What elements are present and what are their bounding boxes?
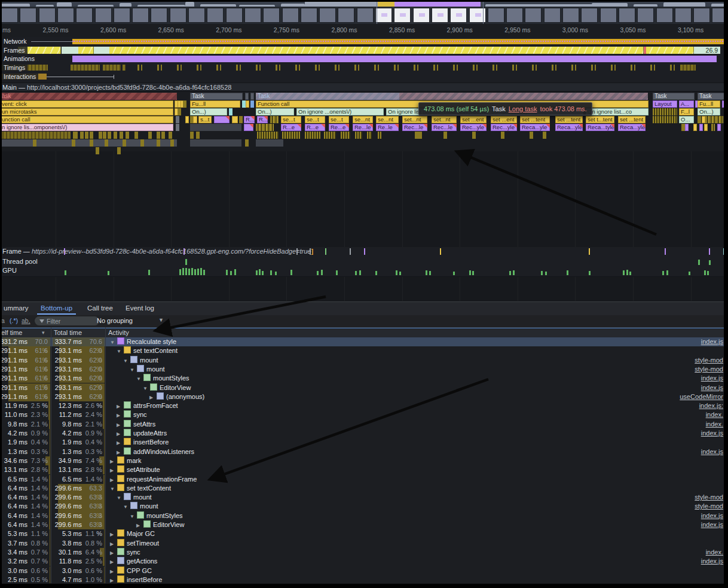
flame-segment[interactable]: [108, 132, 111, 139]
flame-segment[interactable]: n ignore lis...omponents\/): [0, 124, 173, 131]
flame-segment[interactable]: [250, 100, 254, 108]
flame-segment[interactable]: [245, 139, 249, 147]
filmstrip-thumbnail[interactable]: [319, 8, 336, 23]
frame-duration-box[interactable]: [94, 47, 109, 54]
flame-segment[interactable]: [190, 132, 194, 139]
filmstrip-thumbnail[interactable]: [95, 8, 112, 23]
filmstrip-thumbnail[interactable]: [132, 8, 149, 23]
frame-duration-box[interactable]: [78, 47, 94, 54]
flame-segment[interactable]: set ...tent: [520, 116, 550, 123]
flame-segment[interactable]: un microtasks: [0, 108, 173, 115]
flame-segment[interactable]: [169, 132, 172, 139]
timing-mark[interactable]: [315, 65, 317, 71]
flame-segment[interactable]: [161, 132, 165, 139]
flame-segment[interactable]: [190, 124, 241, 131]
timing-mark[interactable]: [240, 65, 241, 71]
gpu-activity-tick[interactable]: [396, 270, 397, 275]
flame-segment[interactable]: [90, 139, 93, 147]
timing-mark[interactable]: [335, 65, 337, 71]
timing-mark[interactable]: [437, 65, 438, 71]
source-link[interactable]: index.js: [701, 557, 723, 566]
gpu-activity-tick[interactable]: [662, 271, 664, 275]
timing-mark[interactable]: [457, 65, 458, 71]
table-row[interactable]: 291.1 ms61.6 %293.1 ms62.0 %▶(anonymous)…: [0, 392, 728, 401]
timing-mark[interactable]: [631, 65, 632, 71]
timing-mark[interactable]: [433, 65, 435, 71]
timing-mark[interactable]: [614, 65, 616, 71]
gpu-activity-tick[interactable]: [359, 270, 361, 275]
timing-mark[interactable]: [674, 65, 675, 71]
flame-segment[interactable]: Re..le: [376, 124, 399, 131]
flame-segment[interactable]: [711, 124, 715, 131]
disclosure-arrow[interactable]: ▶: [110, 530, 116, 539]
timing-mark[interactable]: [555, 65, 556, 71]
overview-selection-window[interactable]: [377, 0, 484, 24]
activity-label[interactable]: setAttribute: [127, 466, 160, 473]
frame-duration-box[interactable]: 26.9 ms: [694, 47, 720, 54]
timing-mark[interactable]: [123, 65, 126, 71]
flame-segment[interactable]: [185, 116, 189, 123]
filmstrip-thumbnail[interactable]: [506, 8, 523, 23]
flame-segment[interactable]: [73, 132, 78, 139]
gpu-activity-tick[interactable]: [185, 268, 187, 275]
filmstrip-thumbnail[interactable]: [170, 8, 186, 23]
timing-mark[interactable]: [197, 65, 198, 71]
gpu-activity-tick[interactable]: [469, 270, 471, 275]
flame-segment[interactable]: Rec...yle: [460, 124, 487, 131]
gpu-activity-tick[interactable]: [629, 272, 631, 275]
table-row[interactable]: 4.2 ms0.9 %4.2 ms0.9 %▶updateAttrsindex.…: [0, 429, 728, 438]
disclosure-arrow[interactable]: ▼: [117, 347, 123, 356]
flame-segment[interactable]: [190, 139, 241, 147]
timing-mark[interactable]: [161, 65, 162, 71]
disclosure-arrow[interactable]: ▼: [143, 384, 149, 393]
flame-segment[interactable]: [126, 132, 129, 139]
self-time-header[interactable]: elf time: [1, 328, 22, 337]
flame-segment[interactable]: On...): [190, 108, 227, 115]
timing-mark[interactable]: [552, 65, 553, 71]
disclosure-arrow[interactable]: ▼: [117, 493, 123, 502]
gpu-activity-tick[interactable]: [321, 270, 323, 275]
activity-label[interactable]: (anonymous): [166, 393, 204, 400]
table-row[interactable]: 34.6 ms7.3 %34.9 ms7.4 %▶mark: [0, 456, 728, 465]
flame-segment[interactable]: Reca...yle: [555, 124, 583, 131]
frame-event-tick[interactable]: [350, 248, 351, 255]
table-row[interactable]: 6.4 ms1.4 %299.6 ms63.3 %▼mountStylesind…: [0, 511, 728, 520]
flame-segment[interactable]: [256, 124, 274, 131]
flame-segment[interactable]: [717, 124, 721, 131]
flame-segment[interactable]: [114, 132, 117, 139]
flame-segment[interactable]: Layout: [653, 100, 677, 108]
frame-duration-box[interactable]: [646, 47, 694, 54]
frame-event-tick[interactable]: [364, 248, 365, 255]
filmstrip-thumbnail[interactable]: [76, 8, 93, 23]
flame-segment[interactable]: [704, 124, 708, 131]
timing-mark[interactable]: [259, 65, 261, 71]
flame-segment[interactable]: set ...tent: [618, 116, 646, 123]
activity-label[interactable]: mount: [140, 357, 158, 364]
timing-mark[interactable]: [595, 65, 596, 71]
table-row[interactable]: 6.4 ms1.4 %299.6 ms63.3 %▼mountstyle-mod: [0, 502, 728, 511]
timing-mark[interactable]: [417, 65, 418, 71]
gpu-activity-tick[interactable]: [355, 271, 357, 275]
filmstrip-thumbnail[interactable]: [675, 8, 692, 23]
source-link[interactable]: style-mod: [695, 365, 723, 374]
timing-mark[interactable]: [358, 65, 359, 71]
source-link[interactable]: style-mod: [695, 502, 723, 511]
timing-mark[interactable]: [319, 65, 320, 71]
flame-segment[interactable]: R...e: [281, 124, 301, 131]
flame-segment[interactable]: [250, 93, 254, 100]
disclosure-arrow[interactable]: ▼: [123, 357, 129, 365]
activity-label[interactable]: insertBefore: [127, 576, 162, 583]
gpu-activity-tick[interactable]: [179, 269, 181, 275]
flame-segment[interactable]: [305, 132, 320, 139]
activity-label[interactable]: Recalculate style: [127, 338, 176, 345]
gpu-activity-tick[interactable]: [509, 271, 511, 275]
gpu-activity-tick[interactable]: [256, 270, 258, 275]
source-link[interactable]: index.js:: [699, 401, 723, 410]
flame-segment[interactable]: Task: [653, 93, 695, 100]
flame-segment[interactable]: F...l: [679, 108, 694, 115]
match-word-icon[interactable]: ab,: [22, 317, 30, 324]
flame-segment[interactable]: [196, 132, 200, 139]
flame-segment[interactable]: [530, 132, 533, 139]
flame-segment[interactable]: [501, 132, 504, 139]
flame-segment[interactable]: [699, 124, 703, 131]
